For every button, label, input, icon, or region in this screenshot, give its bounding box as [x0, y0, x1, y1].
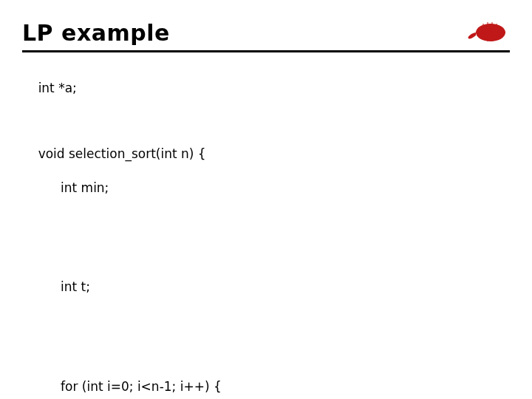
code-line: void selection_sort(int n) {	[38, 146, 206, 161]
code-line: int *a;	[38, 81, 77, 95]
blank-line	[22, 230, 510, 245]
slide: LP example int *a; void sele	[0, 0, 532, 399]
code-line: for (int i=0; i<n-1; i++) {	[22, 378, 510, 395]
code-line: int min;	[22, 180, 510, 197]
logo-icon	[466, 13, 510, 46]
code-block: int *a; void selection_sort(int n) { int…	[22, 52, 510, 399]
code-line: int t;	[22, 279, 510, 296]
header: LP example	[22, 13, 510, 52]
blank-line	[22, 330, 510, 344]
blank-line	[22, 114, 510, 129]
page-title: LP example	[22, 20, 170, 46]
